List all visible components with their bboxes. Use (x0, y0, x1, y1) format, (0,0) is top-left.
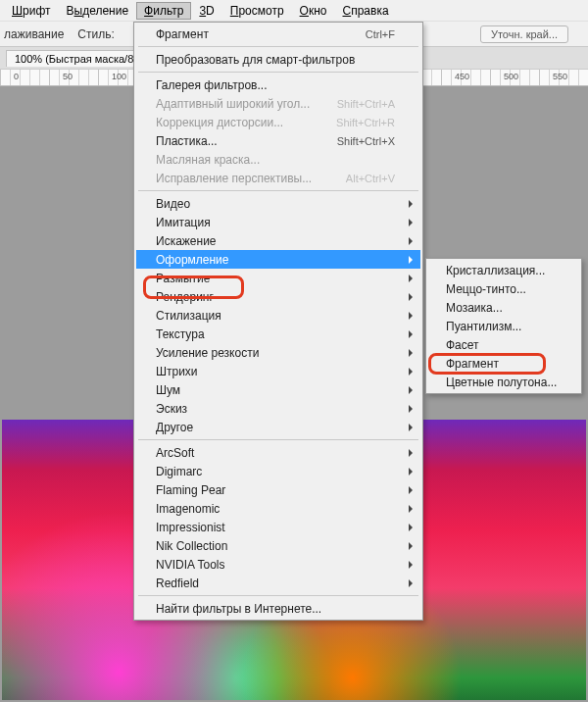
filter-menu-item[interactable]: Размытие (136, 269, 420, 287)
filter-menu-item[interactable]: Digimarc (136, 462, 420, 480)
chevron-right-icon (409, 368, 413, 376)
menu-item-label: Размытие (156, 272, 210, 285)
chevron-right-icon (409, 449, 413, 457)
pixelate-submenu: Кристаллизация...Меццо-тинто...Мозаика..… (425, 258, 582, 394)
chevron-right-icon (409, 386, 413, 394)
submenu-item[interactable]: Меццо-тинто... (428, 279, 579, 298)
filter-menu-item[interactable]: Imagenomic (136, 499, 420, 518)
chevron-right-icon (409, 405, 413, 413)
menu-item-label: Пластика... (156, 134, 218, 148)
menu-item-label: Redfield (156, 577, 199, 590)
menu-item-окно[interactable]: Окно (292, 2, 335, 20)
filter-menu-item: Адаптивный широкий угол...Shift+Ctrl+A (136, 94, 420, 113)
filter-menu-item[interactable]: ArcSoft (136, 443, 420, 462)
chevron-right-icon (409, 486, 413, 494)
menu-item-label: Искажение (156, 234, 217, 248)
menu-item-фильтр[interactable]: Фильтр (136, 2, 191, 20)
filter-menu-item[interactable]: Искажение (136, 231, 420, 250)
menu-item-label: Масляная краска... (156, 153, 260, 167)
menu-item-label: Видео (156, 197, 190, 211)
menu-item-справка[interactable]: Справка (335, 2, 397, 20)
filter-menu-item[interactable]: Redfield (136, 574, 420, 592)
chevron-right-icon (409, 349, 413, 357)
menu-item-label: Коррекция дисторсии... (156, 116, 283, 129)
filter-menu-item[interactable]: Другое (136, 418, 420, 436)
filter-menu-item[interactable]: Эскиз (136, 399, 420, 418)
menu-separator (138, 595, 418, 596)
menu-item-label: Imagenomic (156, 502, 220, 516)
menu-item-label: Найти фильтры в Интернете... (156, 602, 321, 616)
menu-item-label: Текстура (156, 327, 205, 341)
menu-item-label: Impressionist (156, 521, 225, 534)
menu-separator (138, 439, 418, 440)
filter-menu-item[interactable]: Nik Collection (136, 536, 420, 555)
filter-menu-item: Коррекция дисторсии...Shift+Ctrl+R (136, 113, 420, 131)
menu-item-label: Имитация (156, 216, 211, 229)
menu-separator (138, 46, 418, 47)
filter-menu-item[interactable]: Стилизация (136, 306, 420, 325)
menu-item-label: Другое (156, 421, 193, 434)
menu-item-label: Nik Collection (156, 539, 227, 553)
filter-menu-item[interactable]: Усиление резкости (136, 343, 420, 362)
chevron-right-icon (409, 542, 413, 550)
ruler-mark: 450 (455, 72, 469, 81)
submenu-item[interactable]: Фрагмент (428, 354, 579, 373)
chevron-right-icon (409, 293, 413, 301)
menu-item-label: Адаптивный широкий угол... (156, 97, 310, 111)
submenu-item[interactable]: Фасет (428, 335, 579, 354)
filter-menu-item[interactable]: Найти фильтры в Интернете... (136, 599, 420, 618)
filter-menu-item[interactable]: Пластика...Shift+Ctrl+X (136, 131, 420, 150)
menu-bar: ШрифтВыделениеФильтр3DПросмотрОкноСправк… (0, 0, 588, 22)
menu-item-label: Рендеринг (156, 290, 214, 304)
menu-item-label: Исправление перспективы... (156, 172, 312, 185)
filter-menu-item[interactable]: Шум (136, 380, 420, 399)
filter-menu-item[interactable]: Текстура (136, 325, 420, 343)
submenu-item[interactable]: Цветные полутона... (428, 373, 579, 391)
chevron-right-icon (409, 312, 413, 320)
filter-menu-item[interactable]: Оформление (136, 250, 420, 269)
ruler-mark: 550 (553, 72, 567, 81)
menu-item-выделение[interactable]: Выделение (58, 2, 136, 20)
filter-dropdown-menu: ФрагментCtrl+FПреобразовать для смарт-фи… (133, 22, 423, 621)
menu-item-label: Оформление (156, 253, 228, 267)
menu-item-3d[interactable]: 3D (191, 2, 221, 20)
chevron-right-icon (409, 579, 413, 587)
filter-menu-item[interactable]: Преобразовать для смарт-фильтров (136, 50, 420, 69)
menu-item-label: NVIDIA Tools (156, 558, 224, 572)
chevron-right-icon (409, 468, 413, 476)
filter-menu-item[interactable]: Рендеринг (136, 287, 420, 306)
ruler-mark: 100 (112, 72, 126, 81)
menu-item-label: Усиление резкости (156, 346, 259, 360)
filter-menu-item[interactable]: Impressionist (136, 518, 420, 536)
menu-item-label: Преобразовать для смарт-фильтров (156, 53, 355, 67)
filter-menu-item[interactable]: Видео (136, 194, 420, 213)
submenu-item[interactable]: Пуантилизм... (428, 317, 579, 335)
document-tab-title: 100% (Быстрая маска/8 (15, 53, 133, 65)
menu-item-shortcut: Shift+Ctrl+A (337, 98, 395, 110)
filter-menu-item[interactable]: NVIDIA Tools (136, 555, 420, 574)
refine-edge-button[interactable]: Уточн. край... (480, 25, 568, 43)
ruler-mark: 50 (63, 72, 73, 81)
menu-item-label: Штрихи (156, 365, 198, 378)
document-tab[interactable]: 100% (Быстрая маска/8 (6, 50, 142, 67)
filter-menu-item[interactable]: Галерея фильтров... (136, 75, 420, 94)
chevron-right-icon (409, 561, 413, 569)
filter-menu-item[interactable]: ФрагментCtrl+F (136, 25, 420, 43)
menu-item-shortcut: Alt+Ctrl+V (346, 173, 395, 184)
submenu-item[interactable]: Кристаллизация... (428, 261, 579, 279)
filter-menu-item[interactable]: Имитация (136, 213, 420, 231)
filter-menu-item[interactable]: Штрихи (136, 362, 420, 380)
filter-menu-item: Исправление перспективы...Alt+Ctrl+V (136, 169, 420, 187)
style-label: Стиль: (77, 27, 118, 41)
menu-item-просмотр[interactable]: Просмотр (222, 2, 292, 20)
menu-item-shortcut: Shift+Ctrl+R (336, 117, 395, 128)
submenu-item[interactable]: Мозаика... (428, 298, 579, 317)
chevron-right-icon (409, 330, 413, 338)
chevron-right-icon (409, 524, 413, 531)
filter-menu-item[interactable]: Flaming Pear (136, 480, 420, 499)
menu-item-label: Эскиз (156, 402, 187, 416)
menu-item-шрифт[interactable]: Шрифт (4, 2, 58, 20)
menu-separator (138, 72, 418, 73)
ruler-mark: 0 (14, 72, 19, 81)
chevron-right-icon (409, 237, 413, 245)
